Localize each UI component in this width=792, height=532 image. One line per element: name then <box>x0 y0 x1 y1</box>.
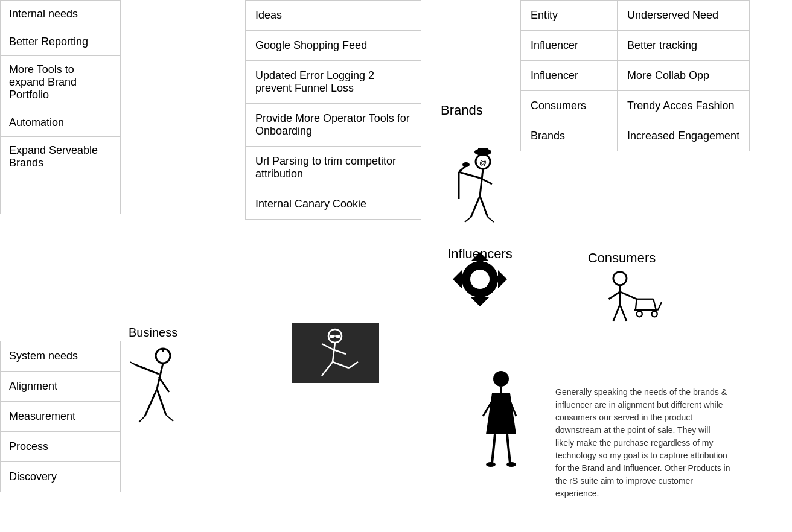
svg-text:@: @ <box>479 159 487 167</box>
table-row: Entity Underserved Need <box>521 1 750 31</box>
list-item: Process <box>1 432 120 462</box>
svg-point-52 <box>637 311 642 317</box>
svg-line-44 <box>620 292 637 299</box>
table-row: Influencer More Collab Opp <box>521 61 750 91</box>
svg-rect-33 <box>336 335 340 338</box>
svg-point-15 <box>470 270 490 289</box>
list-item: Updated Error Logging 2 prevent Funnel L… <box>246 61 421 104</box>
list-item: System needs <box>1 341 120 372</box>
list-item: Provide More Operator Tools for Onboardi… <box>246 104 421 147</box>
brands-section: Brands <box>441 103 483 124</box>
table-row: Influencer Better tracking <box>521 31 750 61</box>
svg-line-5 <box>459 172 480 178</box>
svg-rect-30 <box>292 323 379 383</box>
svg-line-27 <box>139 416 145 422</box>
table-cell: Entity <box>521 1 618 31</box>
main-layout: Internal needs Better Reporting More Too… <box>0 0 792 532</box>
svg-line-23 <box>136 365 159 374</box>
internal-needs-list: Internal needs Better Reporting More Too… <box>0 0 121 214</box>
svg-line-49 <box>653 299 656 310</box>
influencers-label: Influencers <box>441 246 519 262</box>
svg-line-59 <box>507 434 510 463</box>
list-item: Url Parsing to trim competitor attributi… <box>246 147 421 189</box>
list-item: Google Shopping Feed <box>246 31 421 61</box>
svg-point-53 <box>652 311 657 317</box>
svg-line-45 <box>613 305 620 321</box>
svg-rect-32 <box>330 335 334 338</box>
table-cell: Underserved Need <box>618 1 750 31</box>
consumers-label: Consumers <box>580 250 664 266</box>
table-cell: More Collab Opp <box>618 61 750 91</box>
ideas-list: Ideas Google Shopping Feed Updated Error… <box>245 0 421 220</box>
list-item: Expand Serveable Brands <box>1 137 120 177</box>
table-row: Consumers Trendy Acces Fashion <box>521 91 750 121</box>
svg-line-29 <box>130 362 136 365</box>
svg-line-13 <box>488 217 494 222</box>
svg-line-58 <box>492 434 495 463</box>
svg-line-26 <box>157 389 166 415</box>
svg-line-25 <box>145 389 157 416</box>
list-item: More Tools to expand Brand Portfolio <box>1 56 120 109</box>
list-item: Alignment <box>1 372 120 402</box>
influencers-section: Influencers <box>441 241 519 262</box>
svg-point-54 <box>493 371 509 387</box>
list-item: Measurement <box>1 402 120 432</box>
list-item: Discovery <box>1 462 120 492</box>
table-cell: Increased Engagement <box>618 121 750 151</box>
table-row: Brands Increased Engagement <box>521 121 750 151</box>
svg-line-11 <box>480 196 488 217</box>
description-text: Generally speaking the needs of the bran… <box>555 386 730 500</box>
business-figure <box>130 344 190 440</box>
list-item-empty <box>1 177 120 214</box>
svg-line-24 <box>159 377 169 392</box>
consumer-figure <box>598 268 670 335</box>
list-item: Automation <box>1 109 120 137</box>
svg-line-48 <box>636 299 637 310</box>
svg-line-51 <box>658 302 662 310</box>
svg-line-4 <box>480 169 483 196</box>
svg-point-41 <box>613 272 627 285</box>
entity-needs-table: Entity Underserved Need Influencer Bette… <box>520 0 750 151</box>
svg-rect-1 <box>478 148 488 153</box>
ideas-header: Ideas <box>246 1 421 31</box>
table-cell: Consumers <box>521 91 618 121</box>
svg-line-22 <box>157 363 163 389</box>
svg-line-12 <box>465 217 471 222</box>
svg-point-9 <box>462 162 470 167</box>
female-influencer-figure <box>477 368 525 470</box>
svg-point-60 <box>486 462 496 467</box>
brands-figure: @ <box>447 139 513 241</box>
list-item: Internal Canary Cookie <box>246 189 421 219</box>
table-cell: Influencer <box>521 61 618 91</box>
list-item: Better Reporting <box>1 28 120 56</box>
table-cell: Better tracking <box>618 31 750 61</box>
svg-line-28 <box>166 415 173 421</box>
svg-line-43 <box>608 292 619 299</box>
svg-line-46 <box>620 305 627 321</box>
table-cell: Trendy Acces Fashion <box>618 91 750 121</box>
influencer-image <box>292 323 379 383</box>
table-cell: Influencer <box>521 31 618 61</box>
list-item: Internal needs <box>1 1 120 28</box>
svg-point-61 <box>506 462 516 467</box>
business-label: Business <box>129 326 177 340</box>
brands-label: Brands <box>441 103 483 118</box>
table-cell: Brands <box>521 121 618 151</box>
system-needs-list: System needs Alignment Measurement Proce… <box>0 341 121 492</box>
svg-line-10 <box>471 196 480 217</box>
